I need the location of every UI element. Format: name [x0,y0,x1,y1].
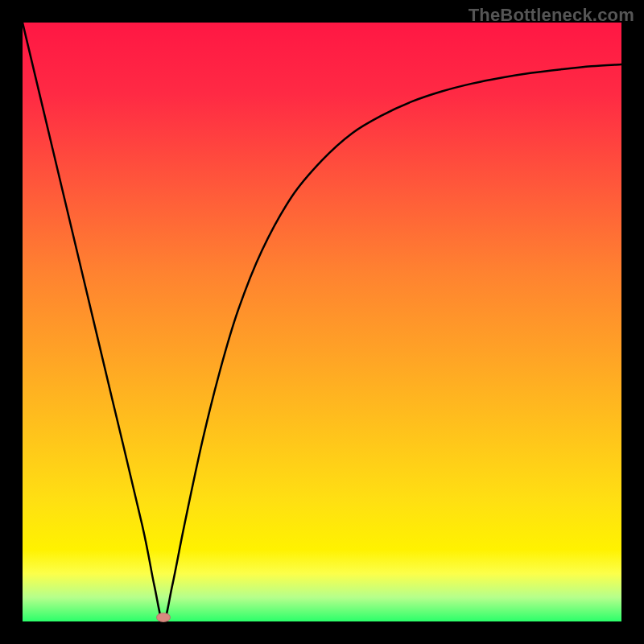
chart-frame: TheBottleneck.com [0,0,644,644]
bottleneck-curve [23,23,621,621]
plot-area [23,23,621,621]
watermark-text: TheBottleneck.com [469,5,634,26]
optimal-point-marker [156,613,171,622]
